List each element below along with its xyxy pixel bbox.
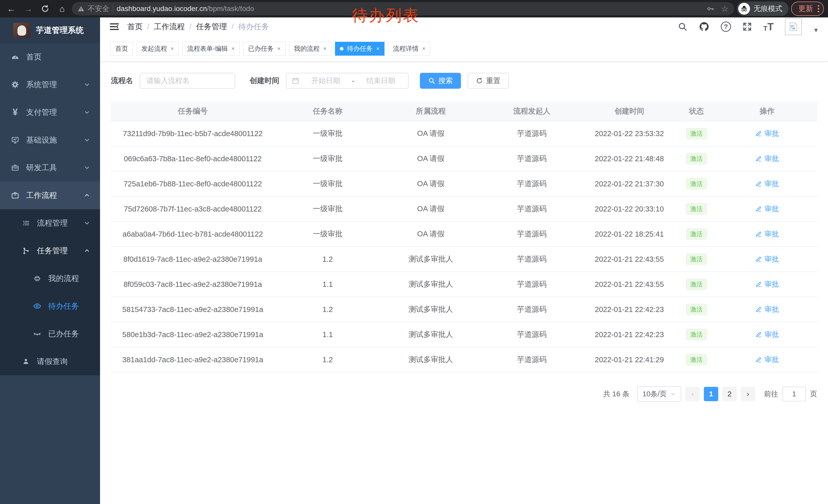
approve-link[interactable]: 审批 [755,229,779,239]
pagination: 共 16 条 10条/页 ‹ 1 2 › 前往 页 [111,386,817,402]
tab-process-detail[interactable]: 流程详情 × [388,42,430,56]
date-range-picker[interactable]: 开始日期 - 结束日期 [286,73,409,89]
hamburger-icon[interactable] [109,21,120,32]
breadcrumb-task-management[interactable]: 任务管理 [196,21,227,32]
bookmark-star-icon[interactable]: ☆ [721,4,729,13]
security-indicator[interactable]: 不安全 [78,4,109,13]
close-icon[interactable]: × [422,45,425,52]
chevron-down-icon [84,164,90,171]
font-size-icon[interactable]: TT [763,21,774,32]
browser-back-button[interactable]: ← [4,2,18,16]
process-cell: 测试多审批人 [381,347,481,372]
browser-home-button[interactable]: ⌂ [55,2,69,16]
process-cell: OA 请假 [381,121,481,146]
breadcrumb-workflow[interactable]: 工作流程 [154,21,185,32]
page-2-button[interactable]: 2 [722,387,737,401]
eye-icon [33,302,42,310]
breadcrumb-home[interactable]: 首页 [127,21,142,32]
sidebar-item-task-management[interactable]: 任务管理 [0,237,100,265]
sidebar-item-payment[interactable]: ¥ 支付管理 [0,98,100,126]
initiator-cell: 芋道源码 [481,297,583,322]
prev-page-button[interactable]: ‹ [686,387,700,401]
update-button[interactable]: 更新 [791,2,824,16]
close-icon[interactable]: × [232,45,235,52]
browser-menu-icon[interactable] [818,5,819,12]
tab-home[interactable]: 首页 [110,42,133,56]
fullscreen-icon[interactable] [742,22,752,32]
sidebar-item-system[interactable]: 系统管理 [0,71,100,98]
next-page-button[interactable]: › [741,387,755,401]
org-tree-icon [22,247,30,255]
sidebar-item-done-tasks[interactable]: 已办任务 [0,320,100,348]
breadcrumb: 首页 / 工作流程 / 任务管理 / 待办任务 [127,21,670,32]
reset-button[interactable]: 重置 [468,73,509,89]
task-id-cell: a6aba0a4-7b6d-11ec-b781-acde48001122 [111,222,275,246]
task-id-cell: 8f0d1619-7ac8-11ec-a9e2-a2380e71991a [111,246,275,272]
sidebar-item-workflow[interactable]: 工作流程 [0,182,100,209]
chevron-up-icon [84,192,90,199]
address-bar[interactable]: 不安全 dashboard.yudao.iocoder.cn/bpm/task/… [72,2,734,15]
approve-link[interactable]: 审批 [755,355,779,365]
created-cell: 2022-01-21 22:42:23 [583,322,676,347]
col-initiator: 流程发起人 [481,101,583,121]
approve-link[interactable]: 审批 [755,179,779,189]
chevron-down-icon [84,81,90,88]
app-title: 芋道管理系统 [36,25,84,36]
approve-link[interactable]: 审批 [755,254,779,264]
sidebar-item-todo-tasks[interactable]: 待办任务 [0,292,100,320]
close-icon[interactable]: × [376,45,380,52]
key-icon[interactable] [707,5,714,12]
initiator-cell: 芋道源码 [481,196,583,222]
close-icon[interactable]: × [323,45,327,52]
approve-link[interactable]: 审批 [755,204,779,214]
url-text: dashboard.yudao.iocoder.cn/bpm/task/todo [117,5,703,13]
search-icon[interactable] [678,22,688,32]
approve-link[interactable]: 审批 [755,279,779,289]
initiator-cell: 芋道源码 [481,246,583,272]
list-tree-icon [22,219,30,227]
approve-link[interactable]: 审批 [755,330,779,339]
eye-closed-icon [33,330,42,338]
page-1-button[interactable]: 1 [704,387,718,401]
avatar-caret-icon[interactable]: ▼ [813,27,819,34]
sidebar-item-process-management[interactable]: 流程管理 [0,209,100,237]
sidebar-item-home[interactable]: 首页 [0,43,100,71]
person-icon [22,358,30,365]
approve-link[interactable]: 审批 [755,154,779,164]
approve-link[interactable]: 审批 [755,129,779,138]
sidebar-item-my-process[interactable]: 我的流程 [0,265,100,292]
page-size-select[interactable]: 10条/页 [637,386,681,402]
tab-process-form-edit[interactable]: 流程表单-编辑 × [182,42,240,56]
created-cell: 2022-01-22 18:25:41 [583,222,676,246]
task-id-cell: 73211d9d-7b9b-11ec-b5b7-acde48001122 [111,121,275,146]
close-icon[interactable]: × [277,45,281,52]
tab-todo-tasks[interactable]: 待办任务 × [335,42,384,56]
close-icon[interactable]: × [171,45,174,52]
tab-start-process[interactable]: 发起流程 × [136,42,179,56]
sidebar-item-devtools[interactable]: 研发工具 [0,154,100,182]
tab-my-process[interactable]: 我的流程 × [289,42,331,56]
sidebar-item-infrastructure[interactable]: 基础设施 [0,126,100,154]
table-row: 069c6a63-7b8a-11ec-8ef0-acde48001122 一级审… [111,146,817,171]
browser-forward-button[interactable]: → [21,2,35,16]
process-name-input[interactable] [140,73,235,89]
chevron-down-icon [670,391,676,397]
browser-reload-button[interactable] [38,2,52,16]
warning-icon [78,5,85,12]
tab-done-tasks[interactable]: 已办任务 × [243,42,286,56]
page-header: 首页 / 工作流程 / 任务管理 / 待办任务 [100,17,828,36]
initiator-cell: 芋道源码 [481,322,583,347]
incognito-badge: 无痕模式 [737,2,788,16]
sidebar-item-leave-query[interactable]: 请假查询 [0,348,100,375]
avatar[interactable] [785,18,802,35]
approve-link[interactable]: 审批 [755,305,779,314]
search-button[interactable]: 搜索 [420,73,461,89]
status-badge: 激活 [686,304,707,315]
task-id-cell: 75d72608-7b7f-11ec-a3c8-acde48001122 [111,196,275,222]
github-icon[interactable] [699,21,709,32]
goto-page-input[interactable] [782,386,806,402]
task-name-cell: 1.2 [275,297,381,322]
status-badge: 激活 [686,153,707,165]
help-icon[interactable]: ? [721,21,731,32]
app-logo[interactable]: 芋道管理系统 [0,17,100,43]
